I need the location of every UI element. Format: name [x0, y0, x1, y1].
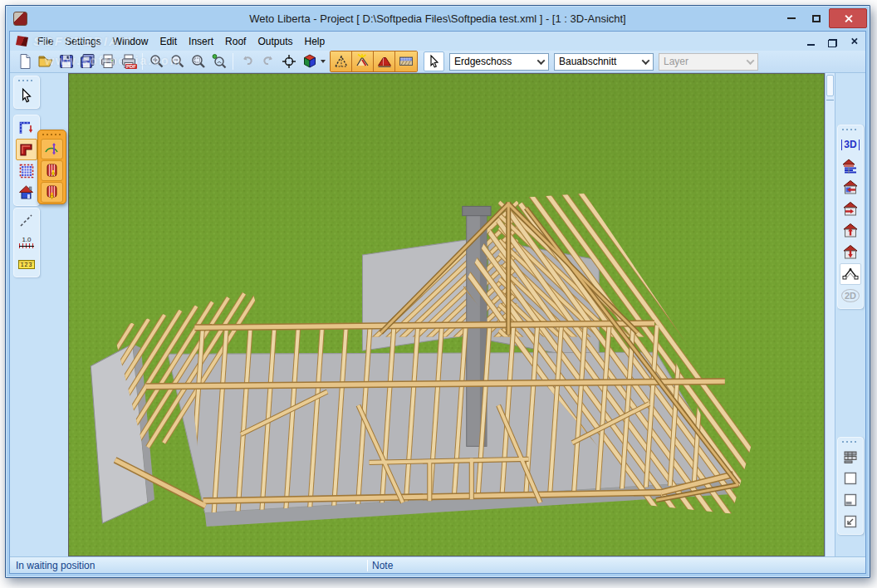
document-menu-icon[interactable]	[16, 36, 28, 47]
wall-tool[interactable]	[16, 117, 37, 139]
viewport-splitter[interactable]	[825, 73, 835, 556]
select-tool-group	[13, 76, 40, 109]
redo-icon	[260, 53, 277, 70]
viewport-minimize-button[interactable]	[840, 511, 861, 532]
menu-edit[interactable]: Edit	[154, 34, 183, 49]
center-target-icon	[281, 53, 297, 70]
mdi-restore-button[interactable]	[826, 36, 839, 47]
dashed-line-tool[interactable]	[16, 210, 37, 232]
new-document-button[interactable]	[14, 51, 35, 71]
render-cube-button[interactable]	[299, 51, 327, 71]
cursor-arrow-icon	[427, 54, 442, 69]
view-3d-button[interactable]: 3D	[840, 134, 861, 155]
toolbar-grip[interactable]	[18, 79, 35, 82]
zoom-measure-button[interactable]	[208, 51, 229, 71]
roof-section-view-button[interactable]	[840, 155, 861, 177]
open-file-button[interactable]	[35, 51, 56, 71]
toolbar-grip[interactable]	[842, 128, 859, 131]
menu-outputs[interactable]: Outputs	[252, 34, 298, 49]
undo-button[interactable]	[237, 51, 257, 71]
report-list-button[interactable]	[840, 446, 861, 468]
redo-button[interactable]	[257, 51, 278, 71]
pattern-select-tool[interactable]	[16, 160, 37, 182]
flyout-grip[interactable]	[42, 133, 61, 136]
chevron-down-icon	[642, 56, 650, 65]
mdi-minimize-button[interactable]	[804, 36, 817, 47]
undo-icon	[239, 53, 256, 70]
minimize-button[interactable]	[779, 9, 804, 27]
viewport-minimize-icon	[842, 513, 859, 530]
roof-corner-tool[interactable]	[16, 139, 37, 160]
roof-covering-mid-icon	[43, 163, 61, 179]
menu-help[interactable]: Help	[298, 34, 331, 49]
title-bar[interactable]: Weto Liberta - Project [ D:\Softpedia Fi…	[6, 6, 870, 31]
save-all-button[interactable]	[76, 51, 97, 71]
mdi-minimize-icon	[807, 44, 815, 46]
center-target-button[interactable]	[278, 51, 299, 71]
menu-roof[interactable]: Roof	[219, 34, 252, 49]
splitter-handle[interactable]	[826, 75, 834, 96]
layer-combo-value: Layer	[664, 56, 743, 67]
dimension-ticks-icon	[19, 243, 34, 248]
report-list-icon	[842, 448, 859, 465]
building-phase-combo[interactable]: Bauabschnitt	[554, 53, 654, 71]
viewport-3d[interactable]	[68, 73, 825, 556]
maximize-button[interactable]	[804, 9, 829, 27]
house-view-front-button[interactable]	[840, 220, 861, 242]
print-button[interactable]	[97, 51, 118, 71]
mdi-close-button[interactable]	[847, 36, 860, 47]
menu-window[interactable]: Window	[107, 34, 154, 49]
menu-insert[interactable]: Insert	[183, 34, 219, 49]
close-icon	[844, 14, 853, 23]
building-phase-combo-dropdown[interactable]	[639, 54, 653, 70]
print-icon	[100, 53, 116, 70]
roof-covering-bottom-icon	[43, 184, 61, 200]
view-2d-icon: 2D	[841, 289, 860, 302]
wireframe-view-button[interactable]	[331, 51, 352, 71]
print-pdf-button[interactable]: PDF	[118, 51, 139, 71]
roof-covering-bottom-button[interactable]	[41, 182, 63, 203]
textured-view-button[interactable]	[395, 51, 417, 71]
house-view-right-button[interactable]	[840, 198, 861, 220]
pattern-select-tool-icon	[17, 162, 36, 180]
close-button[interactable]	[829, 8, 867, 28]
chevron-down-icon	[747, 56, 755, 65]
left-tool-panel: 1.0 123	[10, 73, 68, 556]
measure-tool-group: 1.0 123	[13, 208, 40, 277]
select-arrow-tool[interactable]	[16, 85, 37, 106]
house-view-down-button[interactable]	[840, 242, 861, 263]
menu-settings[interactable]: Settings	[59, 34, 106, 49]
roof-truss-view-icon	[841, 265, 860, 283]
roof-covering-mid-button[interactable]	[41, 160, 63, 181]
layer-combo-dropdown	[743, 54, 757, 70]
viewport-3d-scene	[69, 74, 824, 556]
house-view-left-button[interactable]	[840, 177, 861, 198]
save-button[interactable]	[56, 51, 76, 71]
app-icon	[13, 12, 27, 26]
zoom-in-button[interactable]	[146, 51, 167, 71]
zoom-out-button[interactable]	[167, 51, 188, 71]
dimension-tool[interactable]: 1.0	[16, 232, 37, 253]
main-area: 1.0 123	[10, 73, 865, 556]
cube-dropdown-caret	[321, 60, 326, 63]
pdf-badge: PDF	[125, 64, 137, 69]
house-3d-tool[interactable]	[16, 182, 37, 203]
storey-combo-dropdown[interactable]	[534, 54, 548, 70]
roof-pitch-adjust-button[interactable]	[41, 139, 63, 159]
ruler-tool[interactable]: 123	[16, 253, 37, 275]
solid-view-button[interactable]	[374, 51, 395, 71]
mdi-close-icon	[850, 37, 858, 45]
select-tool-button[interactable]	[424, 51, 444, 71]
roof-truss-view-button[interactable]	[840, 263, 861, 285]
right-tool-panel: 3D	[835, 73, 865, 556]
hidden-line-view-button[interactable]	[352, 51, 374, 71]
menu-file[interactable]: File	[32, 34, 59, 49]
zoom-window-button[interactable]	[188, 51, 208, 71]
ruler-icon: 123	[18, 260, 35, 269]
storey-combo[interactable]: Erdgeschoss	[449, 53, 549, 71]
viewport-single-button[interactable]	[840, 468, 861, 489]
toolbar-grip[interactable]	[842, 440, 859, 443]
viewport-split-button[interactable]	[840, 489, 861, 511]
main-toolbar: www.softpedia.com PDF	[10, 51, 865, 73]
splitter-line	[826, 100, 834, 100]
